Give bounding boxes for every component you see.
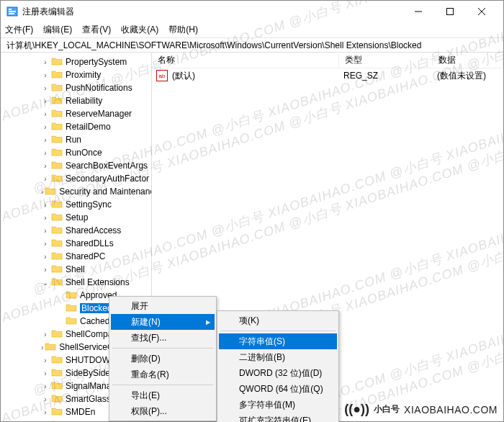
- chevron-right-icon[interactable]: ›: [41, 71, 50, 79]
- col-data[interactable]: 数据: [433, 54, 503, 66]
- chevron-right-icon[interactable]: ›: [41, 149, 50, 157]
- folder-icon: [50, 406, 66, 418]
- minimize-button[interactable]: [402, 1, 434, 22]
- menu-item[interactable]: 权限(P)...: [111, 403, 215, 419]
- tree-item-label: Security and Maintenance: [59, 187, 152, 197]
- chevron-right-icon[interactable]: ›: [41, 421, 50, 422]
- tree-item[interactable]: ›SearchBoxEventArgs: [1, 159, 151, 172]
- tree-item[interactable]: ›ReserveManager: [1, 107, 151, 120]
- chevron-right-icon[interactable]: ›: [41, 162, 50, 170]
- close-button[interactable]: [466, 1, 498, 22]
- context-submenu-new[interactable]: 项(K)字符串值(S)二进制值(B)DWORD (32 位)值(D)QWORD …: [217, 310, 339, 422]
- chevron-right-icon[interactable]: ›: [41, 58, 50, 66]
- tree-item-label: SmartGlass: [66, 394, 111, 404]
- chevron-right-icon[interactable]: ›: [41, 201, 50, 209]
- context-menu[interactable]: 展开新建(N)查找(F)...删除(D)重命名(R)导出(E)权限(P)...: [109, 296, 217, 421]
- chevron-right-icon[interactable]: ›: [41, 175, 50, 183]
- col-type[interactable]: 类型: [339, 54, 433, 66]
- tree-item[interactable]: ›Security and Maintenance: [1, 185, 151, 198]
- menu-edit[interactable]: 编辑(E): [43, 24, 72, 36]
- string-value-icon: ab: [156, 70, 168, 81]
- tree-item[interactable]: ›RunOnce: [1, 146, 151, 159]
- tree-item-label: SharedDLLs: [66, 238, 114, 248]
- chevron-right-icon[interactable]: ›: [41, 123, 50, 131]
- tree-item[interactable]: ›Proximity: [1, 68, 151, 81]
- tree-item[interactable]: ›Reliability: [1, 94, 151, 107]
- folder-icon: [50, 160, 66, 172]
- menu-item[interactable]: 导出(E): [111, 387, 215, 403]
- tree-item-label: RetailDemo: [66, 122, 111, 132]
- tree-item[interactable]: ›Run: [1, 133, 151, 146]
- col-name[interactable]: 名称: [152, 54, 339, 66]
- menu-item[interactable]: 字符串值(S): [219, 333, 337, 349]
- folder-icon: [43, 186, 59, 198]
- chevron-right-icon[interactable]: ›: [41, 266, 50, 274]
- chevron-right-icon[interactable]: ›: [41, 227, 50, 235]
- menu-item[interactable]: 删除(D): [111, 351, 215, 367]
- menu-file[interactable]: 文件(F): [5, 24, 33, 36]
- list-row[interactable]: ab(默认)REG_SZ(数值未设置): [152, 68, 503, 83]
- folder-icon: [50, 354, 66, 367]
- menu-item[interactable]: 二进制值(B): [219, 349, 337, 365]
- menu-item[interactable]: 多字符串值(M): [219, 397, 337, 413]
- tree-item[interactable]: ›PushNotifications: [1, 81, 151, 94]
- menu-item[interactable]: 项(K): [219, 313, 337, 328]
- chevron-down-icon[interactable]: ⌄: [41, 279, 50, 287]
- folder-icon: [64, 315, 80, 328]
- addressbar[interactable]: 计算机\HKEY_LOCAL_MACHINE\SOFTWARE\Microsof…: [1, 38, 503, 53]
- menu-item[interactable]: 新建(N): [111, 314, 215, 330]
- folder-icon: [50, 134, 66, 146]
- menu-item[interactable]: QWORD (64 位)值(Q): [219, 381, 337, 397]
- tree-item[interactable]: ›PropertySystem: [1, 55, 151, 68]
- folder-icon: [50, 277, 66, 289]
- folder-icon: [50, 225, 66, 237]
- menu-view[interactable]: 查看(V): [82, 24, 111, 36]
- tree-item-label: SideBySide: [66, 368, 110, 378]
- chevron-right-icon[interactable]: ›: [41, 214, 50, 222]
- menu-item[interactable]: 重命名(R): [111, 367, 215, 382]
- folder-icon: [64, 289, 80, 302]
- chevron-right-icon[interactable]: ›: [41, 395, 50, 403]
- tree-item[interactable]: ›RetailDemo: [1, 120, 151, 133]
- folder-icon: [50, 238, 66, 250]
- menu-item[interactable]: 查找(F)...: [111, 330, 215, 346]
- chevron-right-icon[interactable]: ›: [41, 84, 50, 92]
- svg-rect-5: [447, 9, 454, 15]
- folder-icon: [50, 367, 66, 380]
- tree-item-label: ReserveManager: [66, 109, 132, 119]
- folder-icon: [50, 173, 66, 185]
- chevron-right-icon[interactable]: ›: [41, 110, 50, 118]
- folder-icon: [50, 147, 66, 159]
- regedit-icon: [6, 6, 18, 17]
- chevron-right-icon[interactable]: ›: [41, 369, 50, 377]
- menu-item[interactable]: 展开: [111, 298, 215, 314]
- chevron-right-icon[interactable]: ›: [41, 382, 50, 390]
- chevron-right-icon[interactable]: ›: [41, 356, 50, 364]
- chevron-right-icon[interactable]: ›: [41, 253, 50, 261]
- menu-item[interactable]: DWORD (32 位)值(D): [219, 365, 337, 381]
- tree-item[interactable]: ›SharedAccess: [1, 224, 151, 237]
- tree-item[interactable]: ›Shell: [1, 263, 151, 276]
- chevron-right-icon[interactable]: ›: [41, 240, 50, 248]
- menu-help[interactable]: 帮助(H): [168, 24, 198, 36]
- maximize-button[interactable]: [434, 1, 466, 22]
- tree-item-label: PushNotifications: [66, 83, 132, 93]
- tree-item[interactable]: ⌄Shell Extensions: [1, 276, 151, 289]
- menu-item[interactable]: 可扩充字符串值(E): [219, 413, 337, 422]
- chevron-right-icon[interactable]: ›: [41, 136, 50, 144]
- watermark-brand: 小白号: [374, 403, 400, 416]
- folder-icon: [50, 264, 66, 276]
- tree-item[interactable]: ›SharedPC: [1, 250, 151, 263]
- tree-item[interactable]: ›SharedDLLs: [1, 237, 151, 250]
- chevron-right-icon[interactable]: ›: [41, 331, 50, 338]
- tree-item-label: SMDEn: [66, 407, 95, 417]
- tree-item[interactable]: ›SettingSync: [1, 198, 151, 211]
- chevron-right-icon[interactable]: ›: [41, 97, 50, 105]
- folder-icon: [50, 251, 66, 263]
- tree-item[interactable]: ›Setup: [1, 211, 151, 224]
- window-title: 注册表编辑器: [22, 6, 402, 18]
- folder-icon: [43, 341, 59, 354]
- tree-item[interactable]: ›SecondaryAuthFactor: [1, 172, 151, 185]
- menu-favorites[interactable]: 收藏夹(A): [121, 24, 158, 36]
- chevron-right-icon[interactable]: ›: [41, 408, 50, 416]
